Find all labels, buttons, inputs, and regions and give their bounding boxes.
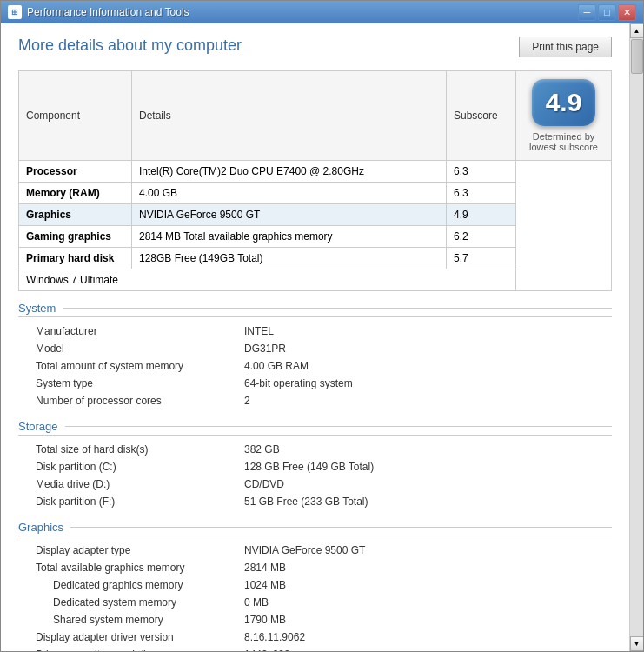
page-header: More details about my computer Print thi… — [18, 37, 612, 57]
detail-row: Total amount of system memory 4.00 GB RA… — [18, 357, 612, 375]
detail-value: 51 GB Free (233 GB Total) — [244, 496, 368, 508]
cell-subscore: 4.9 — [447, 204, 516, 226]
detail-label: Total size of hard disk(s) — [36, 443, 244, 456]
detail-label: Dedicated graphics memory — [53, 579, 244, 591]
detail-row: Media drive (D:) CD/DVD — [18, 476, 612, 493]
col-basescore: 4.9 Determined by lowest subscore — [516, 71, 612, 161]
window-controls: ─ □ ✕ — [578, 4, 636, 21]
page-title: More details about my computer — [18, 37, 242, 55]
detail-label: Number of processor cores — [36, 395, 244, 407]
detail-label: Dedicated system memory — [53, 596, 244, 609]
detail-label: Total available graphics memory — [36, 562, 244, 574]
detail-value: CD/DVD — [244, 478, 284, 490]
storage-items: Total size of hard disk(s) 382 GB Disk p… — [18, 441, 612, 510]
detail-value: 0 MB — [244, 596, 269, 609]
section-graphics: Graphics — [18, 521, 612, 536]
detail-value: INTEL — [244, 325, 274, 337]
minimize-button[interactable]: ─ — [578, 4, 596, 21]
window-title: Performance Information and Tools — [27, 6, 578, 18]
os-row: Windows 7 Ultimate — [19, 269, 612, 291]
detail-row: Display adapter driver version 8.16.11.9… — [18, 629, 612, 646]
table-row: Gaming graphics 2814 MB Total available … — [19, 226, 612, 248]
cell-details: 2814 MB Total available graphics memory — [132, 226, 447, 248]
detail-label: Manufacturer — [36, 325, 244, 337]
detail-label: Shared system memory — [53, 614, 244, 626]
print-button[interactable]: Print this page — [519, 37, 612, 57]
detail-row: Total available graphics memory 2814 MB — [18, 559, 612, 576]
detail-value: NVIDIA GeForce 9500 GT — [244, 544, 365, 556]
os-value: Windows 7 Ultimate — [19, 269, 516, 291]
cell-details: 128GB Free (149GB Total) — [132, 248, 447, 269]
cell-details: NVIDIA GeForce 9500 GT — [132, 204, 447, 226]
detail-label: Disk partition (F:) — [36, 496, 244, 508]
main-content: More details about my computer Print thi… — [1, 23, 629, 651]
col-component: Component — [19, 71, 132, 161]
cell-component: Gaming graphics — [19, 226, 132, 248]
cell-component: Primary hard disk — [19, 248, 132, 269]
system-items: Manufacturer INTEL Model DG31PR Total am… — [18, 323, 612, 409]
base-score-label: Determined by lowest subscore — [528, 131, 600, 152]
detail-value: DG31PR — [244, 343, 286, 355]
cell-details: Intel(R) Core(TM)2 Duo CPU E7400 @ 2.80G… — [132, 161, 447, 183]
detail-label: System type — [36, 377, 244, 389]
detail-value: 2 — [244, 395, 250, 407]
content-area: More details about my computer Print thi… — [1, 23, 643, 651]
section-graphics-title: Graphics — [18, 521, 63, 534]
detail-row: Model DG31PR — [18, 340, 612, 357]
detail-row: System type 64-bit operating system — [18, 375, 612, 392]
detail-value: 382 GB — [244, 443, 280, 456]
restore-button[interactable]: □ — [598, 4, 616, 21]
detail-value: 8.16.11.9062 — [244, 631, 305, 643]
detail-value: 1790 MB — [244, 614, 286, 626]
cell-subscore: 6.2 — [447, 226, 516, 248]
scroll-up-button[interactable]: ▲ — [630, 23, 644, 38]
table-row: Memory (RAM) 4.00 GB 6.3 — [19, 183, 612, 204]
table-row: Processor Intel(R) Core(TM)2 Duo CPU E74… — [19, 161, 612, 183]
section-system-title: System — [18, 302, 56, 315]
cell-component: Memory (RAM) — [19, 183, 132, 204]
detail-row: Number of processor cores 2 — [18, 392, 612, 409]
table-row: Primary hard disk 128GB Free (149GB Tota… — [19, 248, 612, 269]
detail-value: 1024 MB — [244, 579, 286, 591]
detail-label: Primary monitor resolution — [36, 649, 244, 651]
cell-details: 4.00 GB — [132, 183, 447, 204]
detail-row: Dedicated system memory 0 MB — [18, 594, 612, 611]
detail-row: Disk partition (C:) 128 GB Free (149 GB … — [18, 458, 612, 476]
section-storage: Storage — [18, 420, 612, 436]
detail-row: Primary monitor resolution 1440x900 — [18, 646, 612, 651]
cell-component: Graphics — [19, 204, 132, 226]
title-bar: ⊞ Performance Information and Tools ─ □ … — [1, 1, 643, 23]
cell-subscore: 6.3 — [447, 183, 516, 204]
cell-component: Processor — [19, 161, 132, 183]
graphics-items: Display adapter type NVIDIA GeForce 9500… — [18, 542, 612, 651]
section-storage-title: Storage — [18, 420, 58, 433]
detail-value: 2814 MB — [244, 562, 286, 574]
detail-label: Media drive (D:) — [36, 478, 244, 490]
detail-label: Display adapter type — [36, 544, 244, 556]
detail-value: 1440x900 — [244, 649, 290, 651]
scores-table: Component Details Subscore 4.9 Determine — [18, 70, 612, 291]
detail-value: 128 GB Free (149 GB Total) — [244, 461, 374, 473]
detail-row: Shared system memory 1790 MB — [18, 611, 612, 629]
table-row: Graphics NVIDIA GeForce 9500 GT 4.9 — [19, 204, 612, 226]
col-details: Details — [132, 71, 447, 161]
detail-row: Dedicated graphics memory 1024 MB — [18, 576, 612, 594]
detail-label: Model — [36, 343, 244, 355]
detail-value: 64-bit operating system — [244, 377, 353, 389]
close-button[interactable]: ✕ — [618, 4, 636, 21]
table-header-row: Component Details Subscore 4.9 Determine — [19, 71, 612, 161]
window-icon: ⊞ — [8, 5, 22, 19]
scroll-thumb[interactable] — [631, 39, 643, 74]
detail-label: Total amount of system memory — [36, 360, 244, 372]
scroll-track[interactable] — [630, 38, 644, 636]
scroll-down-button[interactable]: ▼ — [630, 636, 644, 651]
detail-row: Total size of hard disk(s) 382 GB — [18, 441, 612, 458]
col-subscore: Subscore — [447, 71, 516, 161]
application-window: ⊞ Performance Information and Tools ─ □ … — [0, 0, 644, 652]
cell-subscore: 6.3 — [447, 161, 516, 183]
detail-label: Display adapter driver version — [36, 631, 244, 643]
base-score-badge: 4.9 — [528, 79, 600, 126]
section-system: System — [18, 302, 612, 317]
detail-row: Display adapter type NVIDIA GeForce 9500… — [18, 542, 612, 559]
scrollbar: ▲ ▼ — [629, 23, 643, 651]
